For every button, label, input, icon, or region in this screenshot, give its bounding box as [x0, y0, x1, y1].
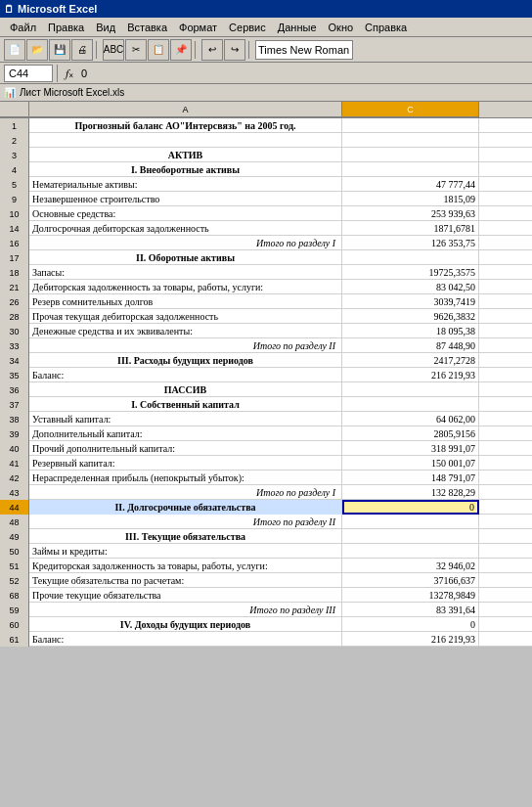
undo-button[interactable]: ↩: [201, 39, 223, 61]
cell-a[interactable]: Нераспределенная прибыль (непокрытый убы…: [29, 471, 342, 485]
cell-c[interactable]: [342, 544, 479, 559]
cell-c[interactable]: [342, 397, 479, 412]
table-row[interactable]: 50Займы и кредиты:: [0, 544, 532, 559]
table-row[interactable]: 42Нераспределенная прибыль (непокрытый у…: [0, 471, 532, 485]
cell-c[interactable]: 18 095,38: [342, 324, 479, 338]
cell-c[interactable]: 13278,9849: [342, 588, 479, 603]
cell-a[interactable]: Запасы:: [29, 265, 342, 280]
print-button[interactable]: 🖨: [71, 39, 93, 61]
cell-c[interactable]: 37166,637: [342, 573, 479, 588]
cell-a[interactable]: Дебиторская задолженность за товары, раб…: [29, 280, 342, 294]
table-row[interactable]: 59Итого по разделу III83 391,64: [0, 603, 532, 617]
table-row[interactable]: 37I. Собственный капитал: [0, 397, 532, 412]
menu-data[interactable]: Данные: [272, 18, 323, 36]
table-row[interactable]: 2: [0, 133, 532, 148]
cell-c[interactable]: [342, 133, 479, 148]
cell-a[interactable]: Прочие текущие обязательства: [29, 588, 342, 603]
cell-c[interactable]: 132 828,29: [342, 485, 479, 500]
cell-a[interactable]: АКТИВ: [29, 148, 342, 162]
menu-help[interactable]: Справка: [359, 18, 413, 36]
cell-c[interactable]: 1815,09: [342, 192, 479, 206]
cell-a[interactable]: Основные средства:: [29, 206, 342, 221]
cell-a[interactable]: Прогнозный баланс АО"Интерсвязь" на 2005…: [29, 118, 342, 133]
menu-insert[interactable]: Вставка: [121, 18, 173, 36]
table-row[interactable]: 10Основные средства:253 939,63: [0, 206, 532, 221]
cell-c[interactable]: 150 001,07: [342, 456, 479, 471]
cell-a[interactable]: I. Собственный капитал: [29, 397, 342, 412]
table-row[interactable]: 36ПАССИВ: [0, 382, 532, 397]
cell-c[interactable]: 64 062,00: [342, 412, 479, 426]
table-row[interactable]: 68Прочие текущие обязательства13278,9849: [0, 588, 532, 603]
table-row[interactable]: 61Баланс:216 219,93: [0, 632, 532, 647]
cell-a[interactable]: Итого по разделу III: [29, 603, 342, 617]
font-name-input[interactable]: [255, 40, 353, 60]
table-row[interactable]: 30Денежные средства и их эквиваленты:18 …: [0, 324, 532, 338]
cell-c[interactable]: 126 353,75: [342, 236, 479, 250]
cell-c[interactable]: [342, 162, 479, 177]
cell-a[interactable]: Баланс:: [29, 632, 342, 647]
cell-c[interactable]: [342, 118, 479, 133]
table-row[interactable]: 17II. Оборотные активы: [0, 250, 532, 265]
save-button[interactable]: 💾: [49, 39, 70, 61]
cell-c[interactable]: 32 946,02: [342, 559, 479, 573]
paste-button[interactable]: 📌: [170, 39, 192, 61]
cell-c[interactable]: 19725,3575: [342, 265, 479, 280]
cell-c[interactable]: [342, 148, 479, 162]
table-row[interactable]: 51Кредиторская задолженность за товары, …: [0, 559, 532, 573]
table-row[interactable]: 44II. Долгосрочные обязательства0: [0, 500, 532, 515]
table-row[interactable]: 4I. Внеоборотные активы: [0, 162, 532, 177]
cell-c[interactable]: 253 939,63: [342, 206, 479, 221]
table-row[interactable]: 18Запасы:19725,3575: [0, 265, 532, 280]
cell-a[interactable]: Долгосрочная дебиторская задолженность: [29, 221, 342, 236]
table-row[interactable]: 34III. Расходы будущих периодов2417,2728: [0, 353, 532, 368]
cell-a[interactable]: Денежные средства и их эквиваленты:: [29, 324, 342, 338]
cell-a[interactable]: Дополнительный капитал:: [29, 426, 342, 441]
cell-c[interactable]: 83 042,50: [342, 280, 479, 294]
copy-button[interactable]: 📋: [148, 39, 169, 61]
cell-a[interactable]: Баланс:: [29, 368, 342, 382]
cell-c[interactable]: [342, 382, 479, 397]
table-row[interactable]: 9Незавершенное строительство1815,09: [0, 192, 532, 206]
cell-a[interactable]: Итого по разделу II: [29, 338, 342, 353]
cell-c[interactable]: 0: [342, 617, 479, 632]
table-row[interactable]: 1Прогнозный баланс АО"Интерсвязь" на 200…: [0, 118, 532, 133]
cell-a[interactable]: II. Долгосрочные обязательства: [29, 500, 342, 515]
cell-c[interactable]: 47 777,44: [342, 177, 479, 192]
cell-c[interactable]: 1871,6781: [342, 221, 479, 236]
cell-c[interactable]: [342, 529, 479, 544]
table-row[interactable]: 21Дебиторская задолженность за товары, р…: [0, 280, 532, 294]
cell-a[interactable]: [29, 133, 342, 148]
table-row[interactable]: 43Итого по разделу I132 828,29: [0, 485, 532, 500]
cell-a[interactable]: Итого по разделу I: [29, 485, 342, 500]
cell-a[interactable]: III. Текущие обязательства: [29, 529, 342, 544]
table-row[interactable]: 33Итого по разделу II87 448,90: [0, 338, 532, 353]
cell-a[interactable]: I. Внеоборотные активы: [29, 162, 342, 177]
table-row[interactable]: 14Долгосрочная дебиторская задолженность…: [0, 221, 532, 236]
cell-a[interactable]: Незавершенное строительство: [29, 192, 342, 206]
table-row[interactable]: 40Прочий дополнительный капитал:318 991,…: [0, 441, 532, 456]
cell-a[interactable]: Уставный капитал:: [29, 412, 342, 426]
cell-c[interactable]: [342, 250, 479, 265]
table-row[interactable]: 48Итого по разделу II: [0, 515, 532, 529]
table-row[interactable]: 26Резерв сомнительных долгов3039,7419: [0, 294, 532, 309]
cell-a[interactable]: Резервный капитал:: [29, 456, 342, 471]
table-row[interactable]: 60IV. Доходы будущих периодов0: [0, 617, 532, 632]
table-row[interactable]: 39Дополнительный капитал:2805,9156: [0, 426, 532, 441]
cell-a[interactable]: III. Расходы будущих периодов: [29, 353, 342, 368]
cell-a[interactable]: IV. Доходы будущих периодов: [29, 617, 342, 632]
cut-button[interactable]: ✂: [125, 39, 147, 61]
col-header-a[interactable]: A: [29, 102, 342, 117]
table-row[interactable]: 52Текущие обязательства по расчетам:3716…: [0, 573, 532, 588]
table-row[interactable]: 28Прочая текущая дебиторская задолженнос…: [0, 309, 532, 324]
table-row[interactable]: 35Баланс:216 219,93: [0, 368, 532, 382]
cell-a[interactable]: Итого по разделу II: [29, 515, 342, 529]
table-row[interactable]: 38Уставный капитал:64 062,00: [0, 412, 532, 426]
cell-a[interactable]: Итого по разделу I: [29, 236, 342, 250]
cell-c[interactable]: [342, 515, 479, 529]
menu-view[interactable]: Вид: [90, 18, 121, 36]
menu-file[interactable]: Файл: [4, 18, 42, 36]
table-row[interactable]: 49III. Текущие обязательства: [0, 529, 532, 544]
cell-c[interactable]: 83 391,64: [342, 603, 479, 617]
cell-c[interactable]: 2417,2728: [342, 353, 479, 368]
menu-edit[interactable]: Правка: [42, 18, 90, 36]
